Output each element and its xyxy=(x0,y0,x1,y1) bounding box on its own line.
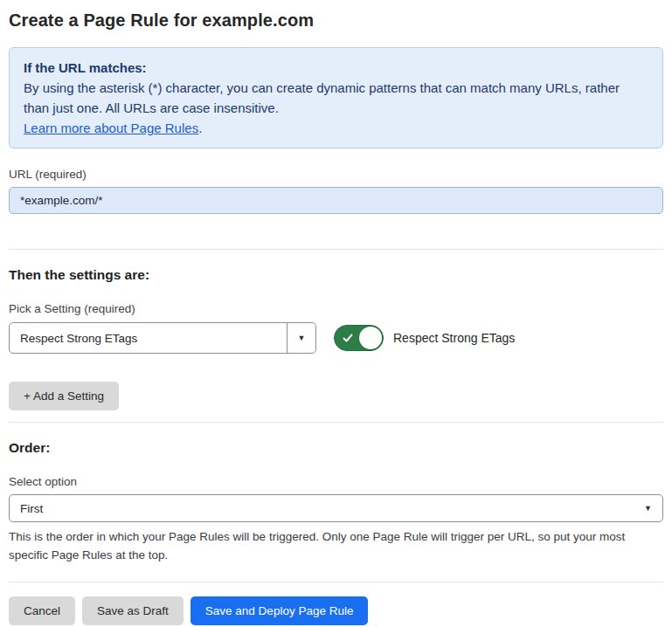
setting-select-value: Respect Strong ETags xyxy=(10,323,287,353)
save-as-draft-button[interactable]: Save as Draft xyxy=(82,596,184,625)
url-input[interactable] xyxy=(9,187,663,214)
add-setting-button[interactable]: + Add a Setting xyxy=(9,382,119,410)
info-box-link-line: Learn more about Page Rules. xyxy=(24,118,648,138)
order-section-heading: Order: xyxy=(9,440,663,456)
save-and-deploy-button[interactable]: Save and Deploy Page Rule xyxy=(191,596,369,625)
toggle-label: Respect Strong ETags xyxy=(393,331,515,345)
divider xyxy=(9,422,663,423)
toggle-knob xyxy=(359,327,382,349)
chevron-down-icon[interactable]: ▼ xyxy=(287,323,315,353)
divider xyxy=(9,249,663,250)
respect-strong-etags-toggle[interactable] xyxy=(334,325,384,351)
url-matches-info-box: If the URL matches: By using the asteris… xyxy=(9,47,663,148)
info-box-body: By using the asterisk (*) character, you… xyxy=(24,78,648,118)
order-help-text: This is the order in which your Page Rul… xyxy=(9,527,655,564)
learn-more-link[interactable]: Learn more about Page Rules xyxy=(24,121,198,135)
footer-actions: Cancel Save as Draft Save and Deploy Pag… xyxy=(9,596,663,625)
chevron-down-icon: ▼ xyxy=(644,504,652,513)
link-period: . xyxy=(198,121,202,135)
setting-select[interactable]: Respect Strong ETags ▼ xyxy=(9,322,316,354)
order-select[interactable]: First ▼ xyxy=(9,494,663,522)
check-icon xyxy=(343,334,353,343)
page-title: Create a Page Rule for example.com xyxy=(9,10,663,31)
divider xyxy=(9,582,663,582)
order-select-label: Select option xyxy=(9,475,663,488)
settings-section-heading: Then the settings are: xyxy=(9,267,663,283)
setting-row: Respect Strong ETags ▼ Respect Strong ET… xyxy=(9,322,663,354)
info-box-heading: If the URL matches: xyxy=(24,58,648,78)
order-select-value: First xyxy=(20,502,43,515)
pick-setting-label: Pick a Setting (required) xyxy=(9,302,663,315)
url-field-label: URL (required) xyxy=(9,168,663,181)
cancel-button[interactable]: Cancel xyxy=(9,596,75,625)
